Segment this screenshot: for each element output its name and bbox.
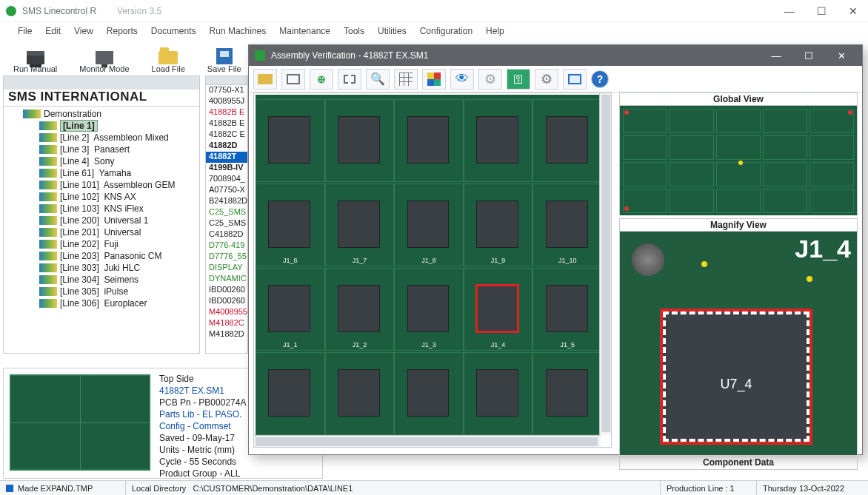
colors-icon[interactable] bbox=[422, 69, 446, 90]
pcb-panel[interactable]: J1_8 bbox=[394, 183, 464, 266]
save-file-button[interactable]: Save File bbox=[207, 44, 241, 73]
file-item[interactable]: D7776_55 bbox=[206, 252, 247, 263]
menu-file[interactable]: File bbox=[18, 26, 32, 36]
window-icon[interactable] bbox=[563, 69, 587, 90]
gear-icon[interactable]: ⚙ bbox=[535, 69, 558, 90]
sub-close-button[interactable]: ✕ bbox=[827, 47, 856, 64]
pcb-panel[interactable]: J1_6 bbox=[256, 183, 325, 266]
line-item[interactable]: [Line 101] Assembleon GEM bbox=[39, 179, 196, 191]
pcb-panel[interactable] bbox=[325, 352, 395, 435]
close-button[interactable]: ✕ bbox=[844, 4, 862, 18]
menu-tools[interactable]: Tools bbox=[344, 26, 364, 36]
line-item[interactable]: [Line 203] Panasonic CM bbox=[39, 250, 196, 262]
file-item[interactable]: 4008955J bbox=[206, 96, 247, 107]
open-icon[interactable] bbox=[253, 69, 277, 90]
eye-icon[interactable]: 👁 bbox=[450, 69, 474, 90]
info-config-link[interactable]: Config - Commset bbox=[159, 420, 246, 432]
file-item[interactable]: 41882D bbox=[206, 141, 247, 152]
file-item[interactable]: D776-419 bbox=[206, 240, 247, 252]
global-view[interactable]: Global View bbox=[619, 92, 858, 215]
file-item[interactable]: A07750-X bbox=[206, 185, 247, 196]
pcb-panel[interactable] bbox=[533, 99, 602, 182]
grid-icon[interactable] bbox=[394, 69, 418, 90]
file-item[interactable]: DISPLAY bbox=[206, 263, 247, 274]
settings-icon[interactable]: ⚙ bbox=[478, 69, 502, 90]
file-item[interactable]: B241882D bbox=[206, 196, 247, 207]
line-item[interactable]: [Line 3] Panasert bbox=[39, 144, 196, 155]
menu-help[interactable]: Help bbox=[486, 26, 504, 36]
line-item[interactable]: [Line 2] Assembleon Mixed bbox=[39, 132, 196, 144]
pcb-scrollbar-h[interactable] bbox=[254, 435, 601, 447]
file-item[interactable]: 4199B-IV bbox=[206, 163, 247, 174]
tree-root[interactable]: Demonstration bbox=[44, 109, 101, 119]
file-item[interactable]: IBD00260 bbox=[206, 296, 247, 307]
file-item[interactable]: 41882B E bbox=[206, 107, 247, 118]
highlighted-component[interactable]: U7_4 bbox=[663, 312, 809, 442]
menu-maintenance[interactable]: Maintenance bbox=[279, 26, 330, 36]
line-item[interactable]: [Line 200] Universal 1 bbox=[39, 215, 196, 226]
pcb-panel[interactable]: J1_3 bbox=[394, 268, 464, 351]
menu-view[interactable]: View bbox=[74, 26, 93, 36]
pcb-panel[interactable] bbox=[394, 99, 464, 182]
info-file-link[interactable]: 41882T EX.SM1 bbox=[159, 385, 246, 397]
menu-reports[interactable]: Reports bbox=[107, 26, 138, 36]
monitor-mode-button[interactable]: Monitor Mode bbox=[79, 44, 129, 73]
menu-configuration[interactable]: Configuration bbox=[420, 26, 473, 36]
file-item[interactable]: 41882B E bbox=[206, 118, 247, 129]
line-item[interactable]: [Line 303] Juki HLC bbox=[39, 262, 196, 274]
pcb-panel[interactable]: J1_4 bbox=[464, 268, 533, 351]
magnify-view[interactable]: Magnify View J1_4 U7_4 U6_4 bbox=[619, 218, 858, 455]
file-item[interactable]: IBD00260 bbox=[206, 285, 247, 296]
menu-run-machines[interactable]: Run Machines bbox=[210, 26, 267, 36]
file-item[interactable]: 07750-X1 bbox=[206, 85, 247, 96]
file-item[interactable]: C25_SMS bbox=[206, 218, 247, 229]
pcb-panel[interactable]: J1_5 bbox=[533, 268, 602, 351]
zoom-icon[interactable]: 🔍 bbox=[366, 69, 390, 90]
sub-maximize-button[interactable]: ☐ bbox=[794, 47, 824, 64]
pcb-panel[interactable]: J1_1 bbox=[256, 268, 325, 351]
pcb-panel[interactable] bbox=[256, 352, 325, 435]
line-item[interactable]: [Line 103] KNS iFlex bbox=[39, 203, 196, 215]
file-item[interactable]: 41882C E bbox=[206, 129, 247, 141]
line-item[interactable]: [Line 4] Sony bbox=[39, 155, 196, 167]
sub-minimize-button[interactable]: — bbox=[761, 47, 791, 64]
file-item[interactable]: 41882T bbox=[206, 152, 247, 163]
line-item[interactable]: [Line 304] Seimens bbox=[39, 274, 196, 286]
line-item[interactable]: [Line 61] Yamaha bbox=[39, 167, 196, 179]
file-item[interactable]: M41882D bbox=[206, 329, 247, 340]
pcb-scrollbar-v[interactable] bbox=[599, 93, 611, 435]
view-icon[interactable] bbox=[281, 69, 305, 90]
line-item[interactable]: [Line 305] iPulse bbox=[39, 286, 196, 297]
pcb-panel[interactable] bbox=[464, 99, 533, 182]
pcb-panel[interactable]: J1_9 bbox=[464, 183, 533, 266]
menu-documents[interactable]: Documents bbox=[151, 26, 196, 36]
pcb-panel[interactable] bbox=[325, 99, 395, 182]
subwindow-titlebar[interactable]: Assembly Verification - 41882T EX.SM1 — … bbox=[249, 45, 862, 66]
line-item[interactable]: [Line 202] Fuji bbox=[39, 238, 196, 250]
pcb-main-view[interactable]: J1_6J1_7J1_8J1_9J1_10J1_1J1_2J1_3J1_4J1_… bbox=[253, 92, 612, 448]
pcb-panel[interactable] bbox=[533, 352, 602, 435]
file-item[interactable]: C41882D bbox=[206, 229, 247, 240]
select-icon[interactable] bbox=[338, 69, 361, 90]
file-item[interactable]: 7008904_ bbox=[206, 174, 247, 185]
maximize-button[interactable]: ☐ bbox=[812, 4, 831, 18]
pcb-panel[interactable] bbox=[464, 352, 533, 435]
file-item[interactable]: M4008955 bbox=[206, 307, 247, 318]
run-manual-button[interactable]: Run Manual bbox=[13, 44, 57, 73]
pcb-panel[interactable]: J1_10 bbox=[533, 183, 602, 266]
file-item[interactable]: C25_SMS bbox=[206, 207, 247, 218]
pcb-panel[interactable]: J1_7 bbox=[325, 183, 395, 266]
line-item[interactable]: [Line 306] Europlacer bbox=[39, 297, 196, 309]
info-parts-link[interactable]: Parts Lib - EL PASO. bbox=[159, 408, 246, 420]
pcb-panel[interactable] bbox=[256, 99, 325, 182]
load-file-button[interactable]: Load File bbox=[152, 44, 185, 73]
pcb-panel[interactable] bbox=[394, 352, 464, 435]
file-item[interactable]: DYNAMIC bbox=[206, 274, 247, 285]
file-item[interactable]: M41882C bbox=[206, 318, 247, 329]
menu-utilities[interactable]: Utilities bbox=[378, 26, 407, 36]
line-item[interactable]: [Line 1] bbox=[39, 120, 196, 132]
line-item[interactable]: [Line 201] Universal bbox=[39, 226, 196, 238]
minimize-button[interactable]: — bbox=[780, 4, 799, 18]
pcb-panel[interactable]: J1_2 bbox=[325, 268, 395, 351]
menu-edit[interactable]: Edit bbox=[45, 26, 61, 36]
